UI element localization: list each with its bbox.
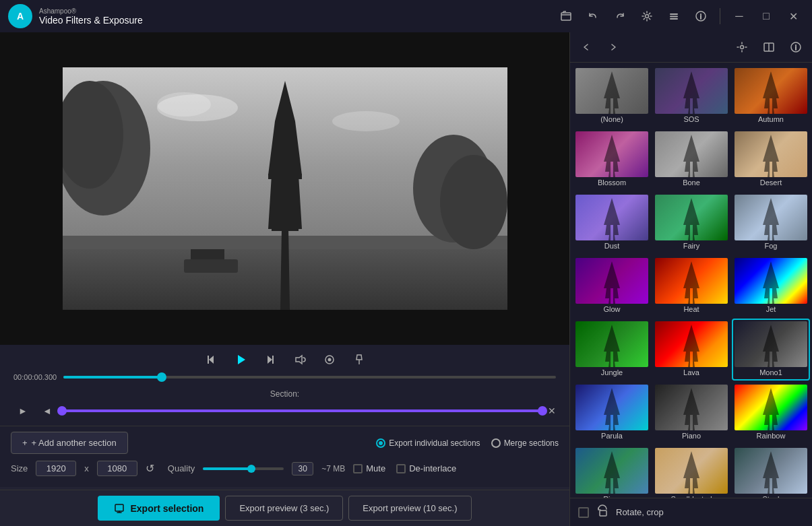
filter-item-parula[interactable]: Parula xyxy=(573,382,651,444)
filter-toolbar-compare[interactable] xyxy=(758,36,780,58)
close-button[interactable]: ✕ xyxy=(782,5,804,27)
add-section-icon: + xyxy=(22,438,28,448)
video-preview xyxy=(63,67,507,310)
export-preview-10s-button[interactable]: Export preview (10 sec.) xyxy=(348,496,471,521)
rotate-crop-label[interactable]: Rotate, crop xyxy=(616,507,664,517)
filter-toolbar-info[interactable] xyxy=(785,36,807,58)
filter-toolbar-back[interactable] xyxy=(575,36,597,58)
section-expand-right[interactable]: ► xyxy=(13,401,32,420)
filter-name-parula: Parula xyxy=(601,432,623,441)
timeline-thumb[interactable] xyxy=(157,372,166,382)
redo-button[interactable] xyxy=(609,5,631,27)
svg-point-28 xyxy=(327,358,331,362)
preview-button[interactable] xyxy=(320,350,339,369)
svg-rect-29 xyxy=(115,504,123,511)
filter-item-glow[interactable]: Glow xyxy=(573,255,651,317)
filter-thumb-desert xyxy=(735,131,807,177)
quality-label: Quality xyxy=(168,463,195,473)
export-selection-button[interactable]: Export selection xyxy=(98,496,220,521)
section-thumb-left[interactable] xyxy=(57,406,67,416)
section-thumb-right[interactable] xyxy=(538,406,547,416)
deinterlace-checkbox[interactable] xyxy=(396,464,406,473)
export-preview-3s-label: Export preview (3 sec.) xyxy=(239,503,329,513)
filter-item-autumn[interactable]: Autumn xyxy=(732,65,810,127)
filter-item-jungle[interactable]: Jungle xyxy=(573,319,651,381)
deinterlace-option[interactable]: De-interlace xyxy=(396,463,456,473)
open-file-button[interactable] xyxy=(555,5,577,27)
section-expand-left[interactable]: ◄ xyxy=(38,401,57,420)
export-individual-option[interactable]: Export individual sections xyxy=(376,438,480,448)
timeline-track[interactable] xyxy=(63,376,556,379)
quality-value: 30 xyxy=(292,462,313,475)
quality-slider[interactable] xyxy=(203,467,284,470)
filter-toolbar-settings[interactable] xyxy=(731,36,753,58)
export-individual-radio[interactable] xyxy=(376,438,385,448)
filter-item-fog[interactable]: Fog xyxy=(732,192,810,254)
filter-name-heat: Heat xyxy=(683,305,699,315)
svg-rect-20 xyxy=(191,249,224,259)
minimize-button[interactable]: ─ xyxy=(728,5,750,27)
height-input[interactable] xyxy=(97,461,137,476)
merge-sections-radio[interactable] xyxy=(491,438,501,448)
mute-option[interactable]: Mute xyxy=(353,463,385,473)
svg-rect-13 xyxy=(272,226,299,231)
filter-item-lava[interactable]: Lava xyxy=(652,319,730,381)
rotate-crop-section: Rotate, crop xyxy=(570,498,812,526)
filter-thumb-parula xyxy=(575,385,648,430)
add-section-button[interactable]: + + Add another section xyxy=(11,432,128,454)
filter-item-desert[interactable]: Desert xyxy=(732,129,810,191)
size-label: Size xyxy=(11,463,28,473)
filter-thumb-heat xyxy=(655,258,728,304)
undo-button[interactable] xyxy=(582,5,604,27)
filter-name-none: (None) xyxy=(600,115,623,125)
quality-thumb[interactable] xyxy=(247,465,255,473)
filter-item-heat[interactable]: Heat xyxy=(652,255,730,317)
filter-name-piano: Piano xyxy=(682,432,701,441)
section-track[interactable] xyxy=(62,409,542,412)
filter-item-none[interactable]: (None) xyxy=(573,65,651,127)
filter-item-sandblasted[interactable]: Sandblasted xyxy=(652,445,730,498)
reset-size-button[interactable]: ↺ xyxy=(146,462,154,475)
section-close-button[interactable]: ✕ xyxy=(548,405,556,416)
mute-checkbox[interactable] xyxy=(353,464,363,473)
svg-rect-33 xyxy=(600,511,606,516)
export-preview-3s-button[interactable]: Export preview (3 sec.) xyxy=(225,496,343,521)
filter-item-river[interactable]: River xyxy=(573,445,651,498)
filter-item-bone[interactable]: Bone xyxy=(652,129,730,191)
rotate-crop-icon[interactable] xyxy=(596,504,609,521)
timeline-fill xyxy=(63,376,162,379)
filter-item-rainbow[interactable]: Rainbow xyxy=(732,382,810,444)
width-input[interactable] xyxy=(36,461,76,476)
filter-item-dust[interactable]: Dust xyxy=(573,192,651,254)
filter-item-jet[interactable]: Jet xyxy=(732,255,810,317)
filter-thumb-river xyxy=(575,448,648,494)
volume-button[interactable] xyxy=(290,350,309,369)
main-layout: 00:00:00.300 Section: ► ◄ ✕ xyxy=(0,32,812,526)
info-button[interactable] xyxy=(690,5,712,27)
section-range xyxy=(62,409,542,412)
play-button[interactable] xyxy=(231,350,250,369)
filter-thumb-none xyxy=(575,68,648,114)
filter-item-steel[interactable]: Steel xyxy=(732,445,810,498)
filter-thumb-blossom xyxy=(575,131,648,177)
filter-item-piano[interactable]: Piano xyxy=(652,382,730,444)
filter-item-sos[interactable]: SOS xyxy=(652,65,730,127)
skip-forward-button[interactable] xyxy=(261,350,280,369)
filter-item-mono1[interactable]: Mono1 xyxy=(732,319,810,381)
filter-toolbar-forward[interactable] xyxy=(602,36,624,58)
maximize-button[interactable]: □ xyxy=(755,5,777,27)
marker-button[interactable] xyxy=(350,350,369,369)
filter-thumb-dust xyxy=(575,195,648,240)
filter-thumb-sandblasted xyxy=(655,448,728,494)
app-title: Video Filters & Exposure xyxy=(39,15,143,26)
svg-rect-12 xyxy=(268,174,302,179)
filter-item-fairy[interactable]: Fairy xyxy=(652,192,730,254)
rotate-crop-checkbox[interactable] xyxy=(578,507,589,518)
settings-button[interactable] xyxy=(636,5,658,27)
layers-button[interactable] xyxy=(663,5,685,27)
skip-back-button[interactable] xyxy=(201,350,220,369)
merge-sections-option[interactable]: Merge sections xyxy=(491,438,559,448)
filter-name-desert: Desert xyxy=(760,178,782,188)
right-panel: (None)SOSAutumnBlossomBoneDesertDustFair… xyxy=(569,32,812,526)
filter-item-blossom[interactable]: Blossom xyxy=(573,129,651,191)
